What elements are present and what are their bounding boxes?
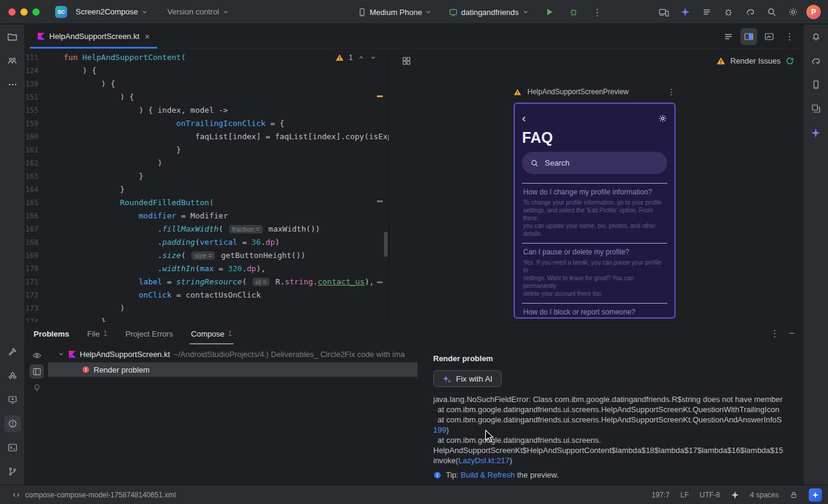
details-panel-icon[interactable] — [29, 364, 44, 379]
stripe-mark[interactable] — [377, 281, 383, 283]
preview-options-icon[interactable]: ⋮ — [667, 87, 676, 97]
code-line[interactable]: 160 faqList[index] = faqList[index].copy… — [25, 130, 389, 143]
device-manager-icon[interactable] — [808, 76, 824, 93]
code-line[interactable]: 162 ) — [25, 157, 389, 170]
tab-project-errors[interactable]: Project Errors — [125, 323, 173, 344]
user-avatar[interactable]: P — [806, 5, 821, 19]
device-mirroring-icon[interactable] — [655, 4, 672, 20]
chevron-up-icon[interactable] — [358, 54, 365, 61]
phone-preview[interactable]: ‹ FAQ Search How do I change my profile … — [514, 103, 676, 319]
code-line[interactable]: 168 .padding(vertical = 36.dp) — [25, 236, 389, 249]
caret-position[interactable]: 197:7 — [652, 491, 670, 499]
render-issues-widget[interactable]: Render Issues — [716, 56, 794, 65]
code-line[interactable]: 155 ) { index, model -> — [25, 104, 389, 117]
close-tab-icon[interactable]: × — [145, 32, 149, 41]
gemini-tool-icon[interactable] — [808, 124, 824, 141]
assistant-corner-badge[interactable] — [809, 488, 822, 502]
gemini-icon[interactable] — [677, 4, 694, 20]
editor-scrollbar[interactable] — [384, 232, 388, 257]
code-view-icon[interactable] — [720, 28, 737, 45]
lock-icon[interactable] — [790, 491, 798, 499]
project-widget[interactable]: Screen2Compose — [71, 5, 153, 19]
code-line[interactable]: 170 .widthIn(max = 320.dp), — [25, 262, 389, 275]
code-line[interactable]: 174 } — [25, 315, 389, 322]
code-line[interactable]: 130 ) { — [25, 77, 389, 91]
code-line[interactable]: 167 .fillMaxWidth( fraction = maxWidth()… — [25, 223, 389, 236]
code-line[interactable]: 172 onClick = contactUsOnClick — [25, 289, 389, 302]
build-refresh-link[interactable]: Build & Refresh — [461, 470, 515, 479]
back-icon[interactable]: ‹ — [522, 113, 526, 124]
indent-widget[interactable]: 4 spaces — [750, 491, 779, 499]
run-button[interactable] — [541, 4, 558, 20]
app-inspection-icon[interactable] — [720, 4, 737, 20]
problems-file-row[interactable]: HelpAndSupportScreen.kt ~/AndroidStudioP… — [48, 347, 426, 361]
faq-item[interactable]: Can I pause or delete my profile?Yes. If… — [522, 243, 667, 303]
run-configuration-selector[interactable]: datingandfriends — [444, 5, 533, 19]
device-selector[interactable]: Medium Phone — [353, 5, 437, 19]
chevron-down-icon[interactable] — [58, 350, 65, 358]
more-actions-icon[interactable]: ⋮ — [589, 4, 606, 20]
chevron-down-icon[interactable] — [370, 54, 377, 61]
terminal-icon[interactable] — [4, 439, 21, 456]
running-devices-icon[interactable] — [4, 391, 21, 408]
panel-options-icon[interactable]: ⋮ — [770, 328, 779, 339]
version-control-icon[interactable] — [4, 463, 21, 480]
project-tool-icon[interactable] — [4, 28, 21, 45]
search-icon[interactable] — [763, 4, 780, 20]
code-line[interactable]: 151 ) { — [25, 91, 389, 104]
statusbar-file-widget[interactable]: compose-compose-model-1758748140651.xml — [12, 491, 176, 499]
code-line[interactable]: 166 modifier = Modifier — [25, 209, 389, 223]
zoom-window-button[interactable] — [32, 8, 40, 16]
faq-item[interactable]: How do I block or report someone? — [522, 303, 667, 319]
settings-gear-icon[interactable] — [785, 4, 802, 20]
refresh-icon[interactable] — [785, 56, 794, 65]
split-view-icon[interactable] — [740, 28, 757, 45]
logcat-tool-icon[interactable] — [4, 367, 21, 384]
build-icon[interactable] — [4, 343, 21, 360]
code-line[interactable]: 169 .size( size = getButtonHeight()) — [25, 249, 389, 262]
warning-stripe-mark[interactable] — [377, 95, 383, 97]
preview-header[interactable]: HelpAndSupportScreenPreview ⋮ — [514, 87, 676, 97]
notifications-icon[interactable] — [808, 28, 824, 45]
render-problem-row[interactable]: Render problem — [48, 362, 418, 377]
editor-tab[interactable]: HelpAndSupportScreen.kt × — [30, 25, 157, 48]
code-line[interactable]: 171 label = stringResource( id = R.strin… — [25, 275, 389, 289]
more-tool-windows-icon[interactable] — [4, 76, 21, 93]
line-ending[interactable]: LF — [680, 491, 689, 499]
pull-requests-icon[interactable] — [4, 52, 21, 69]
ai-sparkle-icon[interactable] — [731, 491, 739, 499]
code-line[interactable]: 173 ) — [25, 302, 389, 315]
code-line[interactable]: 164 } — [25, 183, 389, 196]
vcs-widget[interactable]: Version control — [163, 5, 234, 19]
hide-panel-icon[interactable]: − — [789, 328, 794, 339]
code-line[interactable]: 159 onTrailingIconClick = { — [25, 117, 389, 130]
settings-gear-icon[interactable] — [658, 114, 667, 123]
close-window-button[interactable] — [8, 8, 16, 16]
code-line[interactable]: 163 } — [25, 170, 389, 183]
faq-item[interactable]: How do I change my profile information?T… — [522, 183, 667, 243]
problems-tool-icon[interactable] — [4, 415, 21, 432]
code-line[interactable]: 161 } — [25, 143, 389, 157]
code-line[interactable]: 124 ) { — [25, 64, 389, 77]
inspection-widget[interactable]: 1 — [333, 52, 379, 63]
file-encoding[interactable]: UTF-8 — [700, 491, 720, 499]
stripe-mark[interactable] — [377, 200, 383, 202]
gradle-icon[interactable] — [808, 52, 824, 69]
preview-eye-icon[interactable] — [29, 348, 44, 362]
quick-fix-bulb-icon[interactable] — [29, 380, 44, 395]
debug-button[interactable] — [565, 4, 582, 20]
logcat-icon[interactable] — [698, 4, 715, 20]
tab-compose[interactable]: Compose1 — [191, 323, 232, 344]
faq-search-input[interactable]: Search — [522, 152, 667, 174]
stack-trace-link[interactable]: LazyDsl.kt:217 — [458, 456, 509, 465]
profiler-icon[interactable] — [742, 4, 758, 20]
code-line[interactable]: 165 RoundedFilledButton( — [25, 196, 389, 209]
design-view-icon[interactable] — [761, 28, 778, 45]
code-editor[interactable]: 111fun HelpAndSupportContent(124 ) {130 … — [25, 49, 389, 322]
resource-manager-icon[interactable] — [808, 100, 824, 117]
tab-file[interactable]: File1 — [87, 323, 107, 344]
stack-trace-link[interactable]: 199 — [433, 425, 446, 434]
fix-with-ai-button[interactable]: Fix with AI — [433, 370, 502, 387]
minimize-window-button[interactable] — [20, 8, 28, 16]
preview-layout-icon[interactable] — [398, 52, 415, 69]
